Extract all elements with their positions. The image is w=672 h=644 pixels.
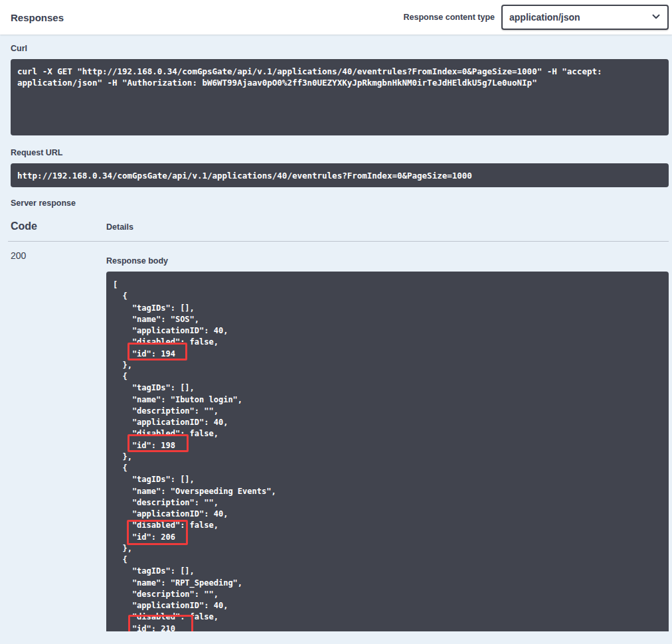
code-line: "name": "SOS",	[113, 314, 662, 325]
responses-body: Curl curl -X GET "http://192.168.0.34/co…	[0, 35, 672, 644]
curl-label: Curl	[11, 44, 669, 53]
code-line: },	[113, 360, 662, 371]
content-type-select[interactable]: application/json	[501, 5, 669, 30]
responses-panel: Responses Response content type applicat…	[0, 0, 672, 644]
code-line: "name": "Overspeeding Events",	[113, 486, 662, 497]
code-line: {	[113, 463, 662, 474]
code-line: "description": "",	[113, 589, 662, 600]
response-row: 200 Response body [ { "tagIDs": [], "nam…	[11, 242, 669, 631]
responses-header: Responses Response content type applicat…	[0, 0, 672, 35]
code-line: "description": "",	[113, 497, 662, 509]
code-line: "description": "",	[113, 406, 662, 417]
code-line: "applicationID": 40,	[113, 600, 662, 611]
response-table-header: Code Details	[11, 220, 669, 241]
request-url-label: Request URL	[11, 148, 669, 157]
request-url-value: http://192.168.0.34/comGpsGate/api/v.1/a…	[11, 163, 669, 187]
code-line: "name": "Ibuton login",	[113, 394, 662, 406]
code-line: "id": 198	[113, 440, 662, 451]
code-line: "applicationID": 40,	[113, 325, 662, 337]
server-response-label: Server response	[11, 199, 669, 208]
code-line: "tagIDs": [],	[113, 382, 662, 394]
response-body: [ { "tagIDs": [], "name": "SOS", "applic…	[106, 272, 669, 631]
code-line: "disabled": false,	[113, 611, 662, 623]
code-line: "disabled": false,	[113, 520, 662, 531]
content-type-label: Response content type	[403, 13, 495, 22]
code-line: "tagIDs": [],	[113, 474, 662, 485]
code-line: "tagIDs": [],	[113, 303, 662, 314]
curl-command: curl -X GET "http://192.168.0.34/comGpsG…	[11, 59, 669, 135]
code-line: {	[113, 291, 662, 302]
code-line: "name": "RPT_Speeding",	[113, 578, 662, 589]
code-line: [	[113, 280, 662, 291]
content-type-select-wrap: application/json	[501, 5, 669, 30]
code-line: "tagIDs": [],	[113, 566, 662, 577]
details-column-header: Details	[106, 220, 133, 232]
code-line: },	[113, 543, 662, 554]
response-body-label: Response body	[106, 256, 669, 266]
code-column-header: Code	[11, 220, 106, 232]
status-code: 200	[11, 242, 106, 631]
code-line: "id": 210	[113, 623, 662, 632]
responses-title: Responses	[11, 12, 64, 23]
code-line: "id": 194	[113, 349, 662, 360]
content-type-wrapper: Response content type application/json	[403, 5, 669, 30]
code-line: "disabled": false,	[113, 337, 662, 348]
code-line: {	[113, 554, 662, 566]
code-line: "applicationID": 40,	[113, 417, 662, 428]
code-line: },	[113, 451, 662, 463]
code-line: "disabled": false,	[113, 428, 662, 440]
code-line: "applicationID": 40,	[113, 509, 662, 520]
response-details: Response body [ { "tagIDs": [], "name": …	[106, 242, 669, 631]
code-line: "id": 206	[113, 532, 662, 543]
code-line: {	[113, 371, 662, 382]
